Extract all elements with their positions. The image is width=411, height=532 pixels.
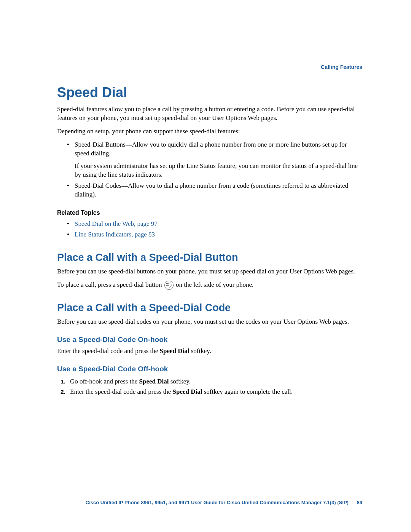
related-link-item: Speed Dial on the Web, page 97 [67, 219, 362, 229]
text-fragment: softkey. [189, 347, 211, 355]
section-paragraph: To place a call, press a speed-dial butt… [57, 281, 362, 290]
softkey-name: Speed Dial [160, 347, 190, 355]
section-paragraph: Before you can use speed-dial buttons on… [57, 267, 362, 276]
speed-dial-button-icon [164, 281, 174, 290]
intro-paragraph-2: Depending on setup, your phone can suppo… [57, 127, 362, 136]
feature-list: Speed-Dial Codes—Allow you to dial a pho… [57, 182, 362, 199]
subsection-heading: Use a Speed-Dial Code Off-hook [57, 365, 362, 373]
step-item: Enter the speed-dial code and press the … [67, 387, 362, 397]
page-title: Speed Dial [57, 85, 362, 101]
related-link[interactable]: Line Status Indicators, page 83 [75, 231, 155, 238]
footer-text: Cisco Unified IP Phone 8961, 9951, and 9… [86, 500, 349, 505]
text-fragment: on the left side of your phone. [176, 281, 253, 288]
feature-text: Speed-Dial Buttons—Allow you to quickly … [75, 141, 347, 157]
step-item: Go off-hook and press the Speed Dial sof… [67, 376, 362, 387]
related-link[interactable]: Speed Dial on the Web, page 97 [75, 220, 158, 227]
feature-item: Speed-Dial Codes—Allow you to dial a pho… [67, 182, 362, 199]
header-section-label: Calling Features [321, 64, 362, 70]
text-fragment: Go off-hook and press the [70, 378, 139, 385]
softkey-name: Speed Dial [173, 388, 202, 395]
text-fragment: Enter the speed-dial code and press the [70, 388, 173, 395]
feature-item: Speed-Dial Buttons—Allow you to quickly … [67, 141, 362, 158]
page-number: 89 [357, 500, 362, 505]
related-link-item: Line Status Indicators, page 83 [67, 229, 362, 240]
related-topics-list: Speed Dial on the Web, page 97 Line Stat… [57, 219, 362, 239]
steps-list: Go off-hook and press the Speed Dial sof… [57, 376, 362, 397]
intro-paragraph-1: Speed-dial features allow you to place a… [57, 105, 362, 123]
related-topics-heading: Related Topics [57, 209, 362, 216]
page-footer: Cisco Unified IP Phone 8961, 9951, and 9… [57, 500, 362, 505]
feature-note: If your system administrator has set up … [75, 162, 362, 179]
text-fragment: softkey again to complete the call. [202, 388, 292, 395]
subsection-text: Enter the speed-dial code and press the … [57, 347, 362, 356]
feature-text: Speed-Dial Codes—Allow you to dial a pho… [75, 182, 348, 198]
section-heading: Place a Call with a Speed-Dial Code [57, 302, 362, 314]
document-page: Calling Features Speed Dial Speed-dial f… [0, 0, 411, 532]
feature-list: Speed-Dial Buttons—Allow you to quickly … [57, 141, 362, 158]
text-fragment: softkey. [169, 378, 190, 385]
section-heading: Place a Call with a Speed-Dial Button [57, 252, 362, 264]
softkey-name: Speed Dial [139, 378, 169, 385]
text-fragment: To place a call, press a speed-dial butt… [57, 281, 164, 288]
subsection-heading: Use a Speed-Dial Code On-hook [57, 335, 362, 344]
section-paragraph: Before you can use speed-dial codes on y… [57, 318, 362, 326]
text-fragment: Enter the speed-dial code and press the [57, 347, 160, 355]
